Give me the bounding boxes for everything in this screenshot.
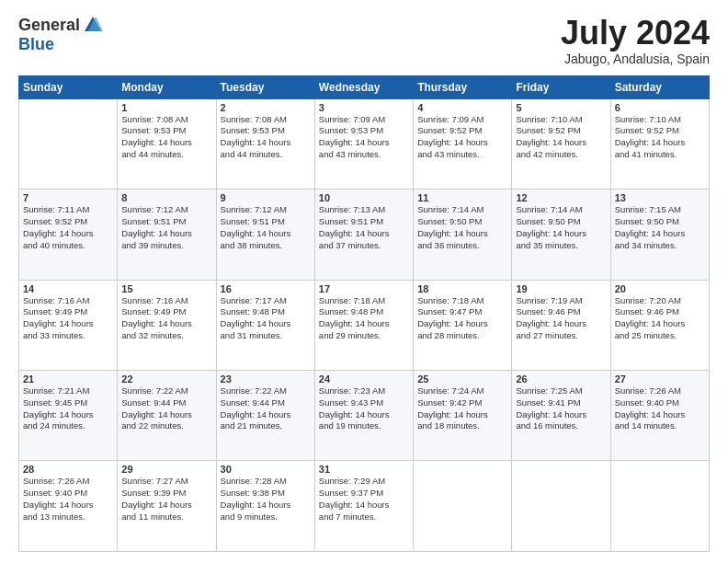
- logo: General Blue: [18, 15, 103, 54]
- day-number: 12: [516, 192, 606, 203]
- cell-line: Sunrise: 7:15 AM: [615, 204, 705, 216]
- cell-line: Sunrise: 7:08 AM: [221, 114, 311, 126]
- cell-line: Daylight: 14 hours: [615, 228, 705, 240]
- cell-line: Sunrise: 7:11 AM: [23, 204, 113, 216]
- cell-line: Sunset: 9:40 PM: [615, 397, 705, 409]
- cell-line: Sunset: 9:49 PM: [121, 306, 211, 318]
- cell-line: Daylight: 14 hours: [221, 318, 311, 330]
- day-number: 2: [221, 102, 311, 113]
- cell-line: Daylight: 14 hours: [319, 409, 409, 421]
- calendar-cell: 3Sunrise: 7:09 AMSunset: 9:53 PMDaylight…: [314, 98, 413, 189]
- calendar-day-header: Wednesday: [314, 75, 413, 98]
- calendar-day-header: Saturday: [610, 75, 709, 98]
- cell-line: and 11 minutes.: [121, 511, 211, 523]
- calendar-cell: 11Sunrise: 7:14 AMSunset: 9:50 PMDayligh…: [414, 190, 512, 280]
- cell-line: Sunrise: 7:24 AM: [417, 385, 507, 397]
- calendar-week-row: 21Sunrise: 7:21 AMSunset: 9:45 PMDayligh…: [19, 371, 710, 461]
- calendar-cell: 25Sunrise: 7:24 AMSunset: 9:42 PMDayligh…: [414, 371, 512, 461]
- cell-line: Daylight: 14 hours: [121, 137, 211, 149]
- cell-line: Sunset: 9:42 PM: [417, 397, 507, 409]
- cell-line: Sunset: 9:41 PM: [516, 397, 606, 409]
- cell-line: Sunset: 9:52 PM: [23, 216, 113, 228]
- cell-line: and 43 minutes.: [319, 149, 409, 161]
- cell-line: Daylight: 14 hours: [23, 409, 113, 421]
- logo-blue-text: Blue: [18, 35, 54, 54]
- cell-line: Sunset: 9:38 PM: [221, 488, 311, 500]
- calendar-day-header: Sunday: [19, 75, 118, 98]
- day-number: 22: [121, 373, 211, 385]
- calendar-cell: 20Sunrise: 7:20 AMSunset: 9:46 PMDayligh…: [610, 280, 709, 370]
- day-number: 19: [516, 283, 606, 294]
- cell-line: Daylight: 14 hours: [121, 500, 211, 511]
- day-number: 24: [319, 373, 409, 385]
- cell-line: Sunset: 9:45 PM: [23, 397, 113, 409]
- calendar-cell: 28Sunrise: 7:26 AMSunset: 9:40 PMDayligh…: [19, 461, 118, 552]
- cell-line: and 33 minutes.: [23, 330, 113, 342]
- cell-line: and 36 minutes.: [417, 240, 507, 252]
- cell-line: Sunset: 9:51 PM: [319, 216, 409, 228]
- day-number: 16: [221, 283, 311, 294]
- cell-line: Sunrise: 7:13 AM: [319, 204, 409, 216]
- cell-line: Sunset: 9:48 PM: [319, 306, 409, 318]
- cell-line: Sunset: 9:44 PM: [221, 397, 311, 409]
- day-number: 4: [417, 102, 507, 113]
- day-number: 20: [615, 283, 705, 294]
- day-number: 13: [615, 192, 705, 203]
- cell-line: and 37 minutes.: [319, 240, 409, 252]
- cell-line: Sunrise: 7:12 AM: [121, 204, 211, 216]
- cell-line: Sunrise: 7:21 AM: [23, 385, 113, 397]
- calendar-cell: 26Sunrise: 7:25 AMSunset: 9:41 PMDayligh…: [512, 371, 610, 461]
- cell-line: and 34 minutes.: [615, 240, 705, 252]
- day-number: 8: [121, 192, 211, 203]
- day-number: 31: [319, 464, 409, 475]
- calendar-day-header: Tuesday: [216, 75, 314, 98]
- cell-line: Daylight: 14 hours: [319, 228, 409, 240]
- cell-line: Sunset: 9:53 PM: [221, 125, 311, 137]
- day-number: 26: [516, 373, 606, 385]
- calendar-cell: 9Sunrise: 7:12 AMSunset: 9:51 PMDaylight…: [216, 190, 314, 280]
- calendar-cell: 23Sunrise: 7:22 AMSunset: 9:44 PMDayligh…: [216, 371, 314, 461]
- day-number: 14: [23, 283, 113, 294]
- day-number: 18: [417, 283, 507, 294]
- cell-line: and 29 minutes.: [319, 330, 409, 342]
- cell-line: Daylight: 14 hours: [23, 228, 113, 240]
- cell-line: Daylight: 14 hours: [417, 409, 507, 421]
- cell-line: Sunrise: 7:14 AM: [417, 204, 507, 216]
- cell-line: Daylight: 14 hours: [615, 137, 705, 149]
- cell-line: Sunset: 9:43 PM: [319, 397, 409, 409]
- title-block: July 2024 Jabugo, Andalusia, Spain: [561, 15, 710, 66]
- calendar-cell: 7Sunrise: 7:11 AMSunset: 9:52 PMDaylight…: [19, 190, 118, 280]
- calendar-cell: 17Sunrise: 7:18 AMSunset: 9:48 PMDayligh…: [314, 280, 413, 370]
- calendar-cell: 8Sunrise: 7:12 AMSunset: 9:51 PMDaylight…: [118, 190, 216, 280]
- calendar-cell: 1Sunrise: 7:08 AMSunset: 9:53 PMDaylight…: [118, 98, 216, 189]
- day-number: 5: [516, 102, 606, 113]
- day-number: 21: [23, 373, 113, 385]
- cell-line: Daylight: 14 hours: [23, 318, 113, 330]
- cell-line: and 39 minutes.: [121, 240, 211, 252]
- calendar-cell: 24Sunrise: 7:23 AMSunset: 9:43 PMDayligh…: [314, 371, 413, 461]
- cell-line: Daylight: 14 hours: [516, 409, 606, 421]
- day-number: 25: [417, 373, 507, 385]
- cell-line: Sunset: 9:48 PM: [221, 306, 311, 318]
- subtitle: Jabugo, Andalusia, Spain: [561, 52, 710, 66]
- cell-line: Sunrise: 7:18 AM: [417, 295, 507, 307]
- calendar-cell: 16Sunrise: 7:17 AMSunset: 9:48 PMDayligh…: [216, 280, 314, 370]
- calendar-cell: 14Sunrise: 7:16 AMSunset: 9:49 PMDayligh…: [19, 280, 118, 370]
- day-number: 17: [319, 283, 409, 294]
- cell-line: Daylight: 14 hours: [417, 137, 507, 149]
- cell-line: Daylight: 14 hours: [516, 228, 606, 240]
- cell-line: Sunrise: 7:26 AM: [23, 476, 113, 488]
- cell-line: Sunrise: 7:17 AM: [221, 295, 311, 307]
- calendar-cell: [512, 461, 610, 552]
- header: General Blue July 2024 Jabugo, Andalusia…: [18, 15, 710, 66]
- cell-line: Daylight: 14 hours: [121, 228, 211, 240]
- cell-line: and 25 minutes.: [615, 330, 705, 342]
- calendar-week-row: 7Sunrise: 7:11 AMSunset: 9:52 PMDaylight…: [19, 190, 710, 280]
- cell-line: Sunset: 9:40 PM: [23, 488, 113, 500]
- cell-line: Sunrise: 7:10 AM: [615, 114, 705, 126]
- cell-line: Sunrise: 7:22 AM: [221, 385, 311, 397]
- day-number: 9: [221, 192, 311, 203]
- cell-line: Daylight: 14 hours: [221, 500, 311, 511]
- cell-line: Daylight: 14 hours: [221, 228, 311, 240]
- cell-line: and 44 minutes.: [121, 149, 211, 161]
